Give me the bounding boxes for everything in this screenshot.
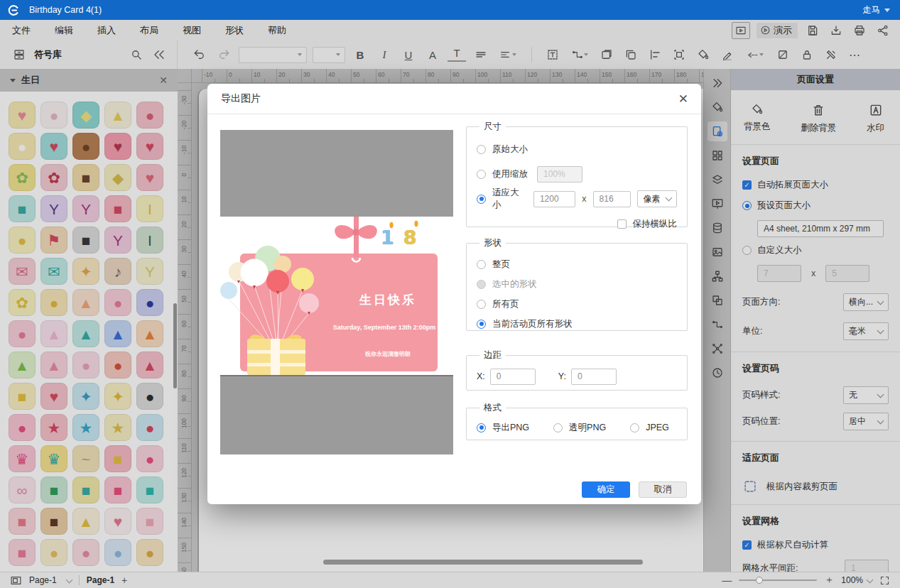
- fit-height-input[interactable]: 816: [593, 191, 631, 207]
- chevron-down-icon: [65, 576, 72, 583]
- margin-legend: 边距: [479, 349, 506, 361]
- zoom-value-input[interactable]: 100%: [537, 166, 582, 183]
- document-title: Birthday Card 4(1): [29, 5, 102, 15]
- user-name: 走马: [862, 4, 880, 16]
- menu-item-3[interactable]: 布局: [128, 20, 170, 40]
- search-icon[interactable]: [127, 45, 146, 64]
- format-option-0[interactable]: 导出PNG: [477, 418, 529, 437]
- download-button[interactable]: [828, 23, 845, 38]
- duplicate-button[interactable]: [622, 45, 640, 64]
- redo-button[interactable]: [215, 45, 233, 64]
- connector-button[interactable]: [568, 45, 592, 64]
- zoom-slider[interactable]: [739, 579, 817, 581]
- margin-fieldset: 边距 X: 0 Y: 0: [466, 349, 688, 391]
- use-zoom-option[interactable]: 使用缩放 100%: [477, 165, 677, 183]
- library-label: 符号库: [34, 48, 62, 61]
- shape-option-0[interactable]: 整页: [477, 255, 677, 273]
- font-family-select[interactable]: [239, 47, 307, 63]
- chevron-down-icon: [666, 195, 673, 202]
- shape-fieldset: 形状 整页选中的形状所有页当前活动页所有形状: [466, 237, 688, 331]
- app-logo-icon: [8, 4, 20, 16]
- preview-card: 18 生日快乐 Saturday, September 13th 2:00pm …: [220, 217, 453, 375]
- fit-window-icon[interactable]: [879, 575, 890, 586]
- margin-x-input[interactable]: 0: [490, 369, 536, 385]
- fit-width-input[interactable]: 1200: [533, 191, 575, 207]
- menu-item-0[interactable]: 文件: [0, 20, 43, 40]
- print-button[interactable]: [851, 23, 868, 38]
- menu-item-5[interactable]: 形状: [213, 20, 256, 40]
- italic-button[interactable]: I: [375, 49, 394, 61]
- group-button[interactable]: [670, 45, 688, 64]
- unit-select[interactable]: 像素: [637, 190, 677, 207]
- margin-x-label: X:: [477, 371, 485, 381]
- chevron-down-icon: [884, 9, 890, 12]
- original-size-radio[interactable]: [477, 145, 486, 154]
- export-preview: 18 生日快乐 Saturday, September 13th 2:00pm …: [220, 130, 453, 454]
- lock-button[interactable]: [798, 45, 816, 64]
- fill-color-button[interactable]: [694, 45, 712, 64]
- fullscreen-present-button[interactable]: [732, 22, 750, 39]
- fit-size-radio[interactable]: [477, 195, 486, 204]
- underline-button[interactable]: U: [399, 49, 418, 61]
- pen-button[interactable]: [718, 45, 737, 64]
- collapse-panel-icon[interactable]: [150, 45, 168, 64]
- text-align-button[interactable]: [496, 45, 520, 64]
- format-legend: 格式: [479, 402, 506, 414]
- line-style-button[interactable]: [742, 45, 768, 64]
- dialog-title: 导出图片: [221, 92, 261, 105]
- keep-ratio-option[interactable]: 保持横纵比: [477, 214, 677, 233]
- page-tab[interactable]: Page-1: [87, 575, 114, 585]
- age-candles: 18: [381, 227, 426, 249]
- status-bar: Page-1 Page-1 + — ＋ 100%: [0, 572, 900, 588]
- clear-format-button[interactable]: [774, 45, 792, 64]
- shape-option-3[interactable]: 当前活动页所有形状: [477, 315, 677, 333]
- tools-button[interactable]: [822, 45, 840, 64]
- text-box-button[interactable]: [543, 45, 562, 64]
- original-size-option[interactable]: 原始大小: [477, 140, 677, 158]
- card-wish: 祝你永远清澈明朗: [327, 350, 449, 358]
- close-icon[interactable]: ✕: [678, 92, 688, 107]
- page-overview-icon[interactable]: [10, 575, 22, 587]
- format-option-2[interactable]: JPEG: [630, 418, 669, 437]
- bold-button[interactable]: B: [351, 49, 369, 61]
- share-button[interactable]: [874, 23, 891, 38]
- size-fieldset: 尺寸 原始大小 使用缩放 100% 适应大小 1200 x 816 像素: [466, 121, 688, 227]
- user-menu[interactable]: 走马: [862, 4, 890, 16]
- shape-button[interactable]: [597, 45, 616, 64]
- zoom-slider-knob[interactable]: [756, 577, 763, 584]
- use-zoom-radio[interactable]: [477, 170, 486, 179]
- chevron-down-icon: [867, 576, 874, 583]
- margin-y-input[interactable]: 0: [571, 369, 617, 385]
- present-button[interactable]: 演示: [757, 23, 798, 38]
- menu-item-1[interactable]: 编辑: [43, 20, 85, 40]
- zoom-out-button[interactable]: —: [722, 575, 732, 586]
- cancel-button[interactable]: 取消: [639, 481, 687, 498]
- title-bar: Birthday Card 4(1) 走马: [0, 0, 900, 20]
- keep-ratio-checkbox[interactable]: [617, 219, 627, 229]
- add-page-button[interactable]: +: [121, 575, 127, 586]
- menu-item-4[interactable]: 视图: [170, 20, 213, 40]
- shape-option-2[interactable]: 所有页: [477, 295, 677, 313]
- undo-button[interactable]: [190, 45, 209, 64]
- card-date: Saturday, September 13th 2:00pm: [317, 324, 452, 331]
- page-select[interactable]: Page-1: [29, 575, 72, 585]
- ok-button[interactable]: 确定: [582, 481, 630, 498]
- menu-bar: 文件编辑插入布局视图形状帮助 演示: [0, 20, 900, 41]
- save-button[interactable]: [804, 23, 821, 38]
- menu-item-2[interactable]: 插入: [85, 20, 128, 40]
- align-button[interactable]: [646, 45, 664, 64]
- size-legend: 尺寸: [479, 121, 506, 133]
- zoom-in-button[interactable]: ＋: [824, 574, 834, 587]
- fit-size-option[interactable]: 适应大小 1200 x 816 像素: [477, 190, 677, 208]
- zoom-percent[interactable]: 100%: [841, 575, 872, 585]
- margin-y-label: Y:: [558, 371, 566, 381]
- more-tools-button[interactable]: ⋯: [846, 48, 864, 62]
- format-option-1[interactable]: 透明PNG: [553, 418, 606, 437]
- text-style-button[interactable]: T: [448, 48, 466, 62]
- line-spacing-button[interactable]: [472, 45, 490, 64]
- font-color-button[interactable]: A: [423, 49, 442, 61]
- menu-item-6[interactable]: 帮助: [256, 20, 298, 40]
- font-size-select[interactable]: [313, 47, 345, 63]
- shape-option-1[interactable]: 选中的形状: [477, 275, 677, 293]
- symbol-library-header: 符号库: [0, 40, 178, 69]
